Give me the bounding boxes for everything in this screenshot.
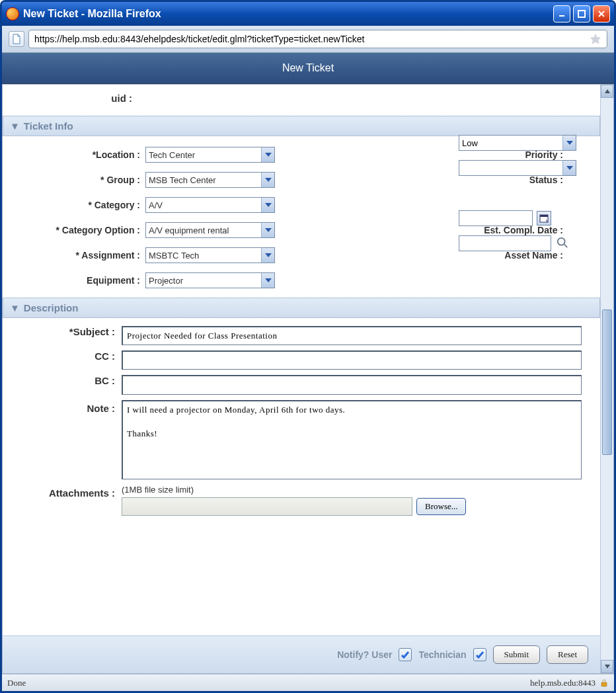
uid-label: uid :: [3, 93, 132, 104]
status-select[interactable]: [459, 160, 576, 176]
category-option-label: * Category Option :: [5, 225, 145, 235]
chevron-down-icon: [562, 136, 576, 150]
assignment-select[interactable]: MSBTC Tech: [145, 247, 275, 263]
group-label: * Group :: [5, 175, 145, 185]
asset-name-input[interactable]: [459, 235, 551, 251]
section-title: Ticket Info: [24, 120, 73, 132]
collapse-icon: ▼: [10, 120, 20, 132]
chevron-down-icon: [562, 161, 576, 175]
notify-user-checkbox[interactable]: [399, 648, 412, 661]
section-title: Description: [24, 302, 79, 313]
svg-rect-8: [601, 682, 607, 686]
priority-select[interactable]: Low: [459, 135, 576, 151]
title-bar: New Ticket - Mozilla Firefox: [2, 2, 614, 26]
search-icon[interactable]: [557, 237, 570, 250]
location-select[interactable]: Tech Center: [145, 147, 275, 163]
page-favicon[interactable]: [9, 31, 24, 47]
location-label: *Location :: [5, 149, 145, 160]
location-value: Tech Center: [149, 150, 195, 160]
window-title: New Ticket - Mozilla Firefox: [23, 8, 161, 20]
collapse-icon: ▼: [10, 302, 20, 313]
svg-rect-5: [540, 215, 548, 217]
minimize-button[interactable]: [553, 5, 570, 22]
form-area: uid : ▼ Ticket Info *Location : Tech Cen…: [3, 85, 600, 673]
attachments-label: Attachments :: [5, 485, 122, 499]
footer-bar: Notify? User Technician Submit Reset: [3, 635, 600, 673]
scroll-thumb[interactable]: [602, 309, 612, 455]
equipment-select[interactable]: Projector: [145, 272, 275, 288]
scroll-up-arrow[interactable]: [601, 85, 613, 98]
est-date-input[interactable]: [459, 210, 533, 226]
bc-label: BC :: [5, 375, 122, 394]
attachments-area: (1MB file size limit) Browse...: [122, 485, 582, 516]
category-value: A/V: [149, 200, 163, 210]
calendar-button[interactable]: [537, 211, 551, 225]
notify-user-label: Notify? User: [337, 649, 392, 660]
assignment-label: * Assignment :: [5, 250, 145, 261]
chevron-down-icon: [261, 223, 274, 237]
subject-label: *Subject :: [5, 326, 122, 345]
equipment-value: Projector: [149, 276, 183, 286]
section-description[interactable]: ▼ Description: [3, 298, 600, 318]
category-option-select[interactable]: A/V equipment rental: [145, 222, 275, 238]
close-button[interactable]: [593, 5, 610, 22]
browser-window: New Ticket - Mozilla Firefox https://hel…: [0, 0, 616, 693]
uid-row: uid :: [3, 85, 600, 116]
browse-button[interactable]: Browse...: [416, 498, 466, 515]
category-option-value: A/V equipment rental: [149, 225, 229, 235]
status-host: help.msb.edu:8443: [530, 678, 596, 688]
vertical-scrollbar[interactable]: [600, 85, 613, 673]
chevron-down-icon: [261, 273, 274, 288]
section-ticket-info[interactable]: ▼ Ticket Info: [3, 116, 600, 136]
status-text: Done: [7, 678, 26, 688]
asset-name-label: Asset Name :: [476, 250, 568, 261]
cc-input[interactable]: [122, 350, 582, 370]
svg-point-6: [558, 238, 565, 245]
bc-input[interactable]: [122, 375, 582, 394]
chevron-down-icon: [261, 147, 274, 162]
subject-input[interactable]: [122, 326, 582, 345]
priority-value: Low: [462, 138, 478, 148]
chevron-down-icon: [261, 248, 274, 263]
window-controls: [553, 5, 610, 22]
lock-icon: [599, 678, 609, 688]
status-bar: Done help.msb.edu:8443: [2, 674, 614, 691]
url-text: https://help.msb.edu:8443/ehelpdesk/tick…: [34, 34, 364, 44]
reset-button[interactable]: Reset: [547, 645, 588, 664]
chevron-down-icon: [261, 198, 274, 212]
category-select[interactable]: A/V: [145, 197, 275, 213]
notify-tech-checkbox[interactable]: [473, 648, 486, 661]
bookmark-star-icon[interactable]: [590, 33, 601, 45]
chevron-down-icon: [261, 173, 274, 187]
description-grid: *Subject : CC : BC : Note : Attachments …: [3, 318, 600, 524]
firefox-icon: [6, 7, 19, 20]
category-label: * Category :: [5, 200, 145, 210]
assignment-value: MSBTC Tech: [149, 251, 199, 261]
group-value: MSB Tech Center: [149, 175, 216, 185]
note-label: Note :: [5, 400, 122, 414]
scroll-down-arrow[interactable]: [601, 660, 613, 673]
svg-line-7: [564, 245, 568, 248]
page-title: New Ticket: [2, 53, 614, 84]
group-select[interactable]: MSB Tech Center: [145, 172, 275, 188]
file-path-field[interactable]: [122, 497, 412, 516]
notify-tech-label: Technician: [418, 649, 466, 660]
attach-hint: (1MB file size limit): [122, 485, 582, 497]
submit-button[interactable]: Submit: [493, 645, 541, 664]
note-input[interactable]: [122, 400, 582, 479]
url-input[interactable]: https://help.msb.edu:8443/ehelpdesk/tick…: [28, 30, 607, 48]
url-bar: https://help.msb.edu:8443/ehelpdesk/tick…: [2, 26, 614, 53]
content-wrapper: uid : ▼ Ticket Info *Location : Tech Cen…: [2, 84, 614, 674]
svg-rect-1: [578, 11, 585, 17]
maximize-button[interactable]: [573, 5, 590, 22]
cc-label: CC :: [5, 350, 122, 370]
equipment-label: Equipment :: [5, 275, 145, 286]
